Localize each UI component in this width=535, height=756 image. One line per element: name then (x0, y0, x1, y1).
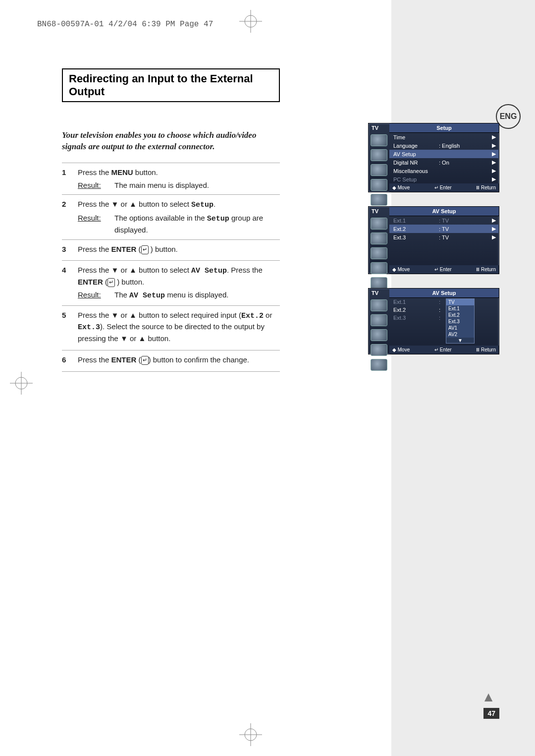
step-text: Press the ENTER (↵) button to confirm th… (78, 354, 280, 365)
osd-footer-enter: ↵ Enter (434, 185, 452, 190)
osd-icon-column (371, 299, 388, 371)
osd-dropdown-more-icon: ▼ (446, 338, 474, 343)
osd-category-icon (371, 149, 387, 161)
crop-mark-left (10, 372, 33, 395)
osd-row: Ext.1: TV▶ (389, 216, 499, 225)
osd-category-icon (371, 314, 387, 326)
osd-row-arrow-icon: ▶ (491, 176, 496, 182)
page-number: 47 (483, 708, 499, 719)
step-text: Press the ▼ or ▲ button to select requir… (78, 310, 280, 344)
osd-screen: TVAV SetupExt.1: TV▶Ext.2: TV▶Ext.3: TV▶… (368, 206, 499, 274)
osd-category-icon (371, 218, 387, 230)
step-number: 6 (62, 354, 69, 367)
osd-category-icon (371, 277, 387, 289)
osd-screenshots: TVSetupTime▶Language: English▶AV Setup▶D… (368, 123, 499, 354)
osd-dropdown-option: Ext.2 (446, 312, 474, 318)
osd-row-arrow-icon: ▶ (491, 159, 496, 166)
step-number: 1 (62, 167, 69, 191)
osd-header: AV Setup (389, 289, 499, 298)
osd-row-key: AV Setup (393, 151, 436, 157)
osd-dropdown-option: AV1 (446, 325, 474, 331)
step-result: Result:The main menu is displayed. (78, 180, 280, 191)
osd-footer-return: Ⅲ Return (476, 347, 496, 352)
osd-row-key: Time (393, 134, 436, 140)
osd-tv-label: TV (372, 125, 378, 131)
osd-screen: TVAV SetupExt.1:Ext.2:Ext.3: TVExt.1Ext.… (368, 288, 499, 354)
step-body: Press the ▼ or ▲ button to select Setup.… (78, 199, 280, 235)
step-number: 3 (62, 244, 69, 257)
osd-row: PC Setup▶ (389, 175, 499, 183)
step: 6Press the ENTER (↵) button to confirm t… (62, 350, 280, 372)
osd-footer-enter: ↵ Enter (434, 347, 452, 352)
osd-icon-column (371, 218, 388, 289)
osd-row-key: Ext.2 (393, 226, 436, 232)
result-label: Result: (78, 180, 107, 191)
osd-row-arrow-icon: ▶ (491, 151, 496, 157)
osd-dropdown: TVExt.1Ext.2Ext.3AV1AV2▼ (446, 298, 475, 344)
step: 4Press the ▼ or ▲ button to select AV Se… (62, 261, 280, 305)
osd-row-arrow-icon: ▶ (491, 134, 496, 140)
osd-footer-move: ◆ Move (392, 267, 410, 272)
osd-row-arrow-icon: ▶ (491, 234, 496, 240)
osd-row-key: Digital NR (393, 160, 436, 166)
osd-category-icon (371, 262, 387, 274)
osd-row-value: : TV (439, 218, 488, 224)
osd-row-key: Ext.1 (393, 299, 436, 305)
step: 3Press the ENTER (↵ ) button. (62, 240, 280, 261)
osd-dropdown-option: Ext.3 (446, 318, 474, 325)
osd-row: Ext.3: (389, 314, 499, 322)
osd-row-key: Miscellaneous (393, 168, 436, 174)
osd-tv-label: TV (372, 208, 378, 214)
osd-footer-return: Ⅲ Return (476, 185, 496, 190)
osd-category-icon (371, 179, 387, 191)
osd-rows: Ext.1: TV▶Ext.2: TV▶Ext.3: TV▶ (389, 216, 499, 265)
result-label: Result: (78, 213, 107, 235)
result-text: The main menu is displayed. (114, 180, 209, 191)
osd-category-icon (371, 233, 387, 244)
osd-row: Ext.2: (389, 306, 499, 314)
osd-row-value: : English (439, 143, 488, 149)
osd-footer: ◆ Move↵ EnterⅢ Return (389, 346, 499, 354)
osd-rows: Time▶Language: English▶AV Setup▶Digital … (389, 133, 499, 183)
step-text: Press the ENTER (↵ ) button. (78, 244, 280, 255)
osd-dropdown-option: TV (446, 299, 474, 305)
steps-list: 1Press the MENU button.Result:The main m… (62, 163, 280, 372)
osd-row-arrow-icon: ▶ (491, 217, 496, 224)
result-text: The AV Setup menu is displayed. (114, 290, 228, 301)
osd-footer-move: ◆ Move (392, 347, 410, 352)
step-body: Press the ▼ or ▲ button to select requir… (78, 310, 280, 346)
step-number: 5 (62, 310, 69, 346)
intro-text: Your television enables you to choose wh… (62, 130, 280, 153)
osd-row-arrow-icon: ▶ (491, 226, 496, 232)
step-result: Result:The options available in the Setu… (78, 213, 280, 235)
osd-tv-label: TV (372, 290, 378, 296)
osd-footer: ◆ Move↵ EnterⅢ Return (389, 183, 499, 192)
osd-row-key: Ext.3 (393, 315, 436, 321)
osd-row: Ext.3: TV▶ (389, 233, 499, 241)
step-body: Press the MENU button.Result:The main me… (78, 167, 280, 191)
page-continue-arrow-icon: ▲ (482, 689, 495, 705)
osd-category-icon (371, 329, 387, 341)
osd-category-icon (371, 134, 387, 146)
osd-row-arrow-icon: ▶ (491, 142, 496, 149)
language-badge: ENG (496, 104, 521, 129)
osd-row: Ext.1: (389, 298, 499, 306)
result-text: The options available in the Setup group… (114, 213, 280, 235)
osd-row-arrow-icon: ▶ (491, 168, 496, 174)
osd-footer: ◆ Move↵ EnterⅢ Return (389, 265, 499, 274)
result-label: Result: (78, 290, 107, 301)
osd-row-key: Language (393, 143, 436, 149)
osd-row: Ext.2: TV▶ (389, 225, 499, 233)
step-number: 2 (62, 199, 69, 235)
osd-row-value: : On (439, 160, 488, 166)
osd-row: Language: English▶ (389, 141, 499, 150)
osd-category-icon (371, 359, 387, 371)
step-text: Press the ▼ or ▲ button to select AV Set… (78, 265, 280, 288)
page-title-box: Redirecting an Input to the External Out… (62, 68, 280, 102)
osd-row-key: Ext.3 (393, 234, 436, 240)
osd-row-key: Ext.1 (393, 218, 436, 224)
doc-header: BN68-00597A-01 4/2/04 6:39 PM Page 47 (37, 20, 213, 29)
osd-category-icon (371, 194, 387, 206)
osd-dropdown-option: AV2 (446, 331, 474, 338)
osd-row-value: : TV (439, 234, 488, 240)
